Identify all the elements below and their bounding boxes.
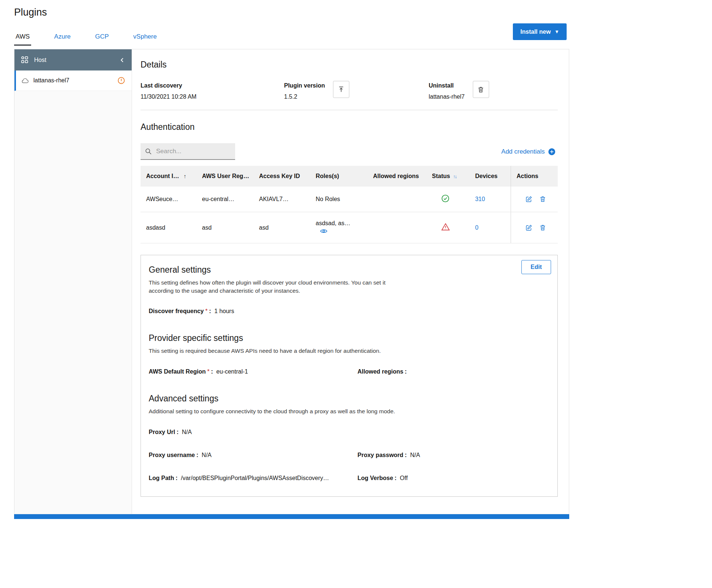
roles-cell: asdsad, as…	[310, 212, 367, 243]
devices-count-link[interactable]: 310	[475, 196, 485, 202]
provider-settings-description: This setting is required because AWS API…	[149, 347, 395, 355]
tab-gcp[interactable]: GCP	[94, 33, 111, 46]
column-allowed-regions-label: Allowed regions	[373, 173, 419, 179]
field-value: N/A	[410, 452, 420, 458]
required-asterisk: *	[207, 368, 210, 375]
uninstall-button[interactable]	[473, 81, 489, 98]
install-new-label: Install new	[520, 29, 551, 35]
delete-credential-button[interactable]	[539, 196, 546, 203]
devices-cell: 0	[469, 212, 511, 243]
devices-count-link[interactable]: 0	[475, 224, 478, 231]
chevron-left-icon	[119, 57, 125, 63]
credentials-table: Account I…↑ AWS User Reg… Access Key ID …	[141, 166, 558, 243]
tab-vsphere[interactable]: vSphere	[132, 33, 158, 46]
column-user-region[interactable]: AWS User Reg…	[197, 166, 254, 187]
trash-icon	[539, 196, 546, 203]
account-cell: asdasd	[141, 212, 197, 243]
edit-credential-button[interactable]	[525, 196, 533, 203]
column-roles[interactable]: Roles(s)	[310, 166, 367, 187]
search-input[interactable]	[155, 147, 231, 155]
authentication-title: Authentication	[141, 122, 558, 132]
actions-cell	[511, 212, 558, 243]
field-label: Proxy username	[149, 452, 195, 458]
edit-credential-button[interactable]	[525, 224, 533, 231]
host-sidebar: Host lattanas-rhel7	[14, 49, 132, 514]
column-access-key[interactable]: Access Key ID	[254, 166, 310, 187]
proxy-url-row: Proxy Url:N/A	[149, 429, 548, 436]
add-credentials-button[interactable]: Add credentials	[499, 148, 558, 156]
plugin-container: Host lattanas-rhel7	[14, 49, 569, 514]
edit-icon	[525, 196, 533, 203]
sidebar-collapse-button[interactable]	[119, 57, 125, 63]
trash-icon	[539, 224, 546, 231]
allowed-regions-cell	[367, 187, 426, 212]
field-separator: :	[175, 475, 177, 481]
field-label: Proxy password	[357, 452, 403, 458]
install-new-button[interactable]: Install new ▼	[513, 23, 567, 40]
field-separator: :	[395, 475, 396, 481]
main-content: Details Last discovery 11/30/2021 10:28 …	[132, 49, 569, 514]
last-discovery-label: Last discovery	[141, 82, 284, 89]
field-value: N/A	[182, 429, 192, 435]
table-header-row: Account I…↑ AWS User Reg… Access Key ID …	[141, 166, 558, 187]
user-region-cell: asd	[197, 212, 254, 243]
warning-circle-icon	[118, 77, 125, 84]
field-label: Discover frequency	[149, 308, 204, 314]
edit-settings-button[interactable]: Edit	[521, 260, 551, 274]
log-verbose-field: Log Verbose:Off	[357, 475, 408, 482]
edit-icon	[525, 224, 533, 231]
user-region-cell: eu-central…	[197, 187, 254, 212]
sort-toggle-icon[interactable]: ↑↓	[453, 174, 456, 179]
last-discovery-field: Last discovery 11/30/2021 10:28 AM	[141, 82, 284, 100]
sidebar-filler	[14, 91, 132, 514]
sort-ascending-icon[interactable]: ↑	[184, 173, 187, 179]
default-region-field: AWS Default Region*:eu-central-1	[149, 368, 357, 375]
provider-settings-title: Provider specific settings	[149, 333, 548, 343]
provider-fields-row: AWS Default Region*:eu-central-1 Allowed…	[149, 368, 548, 375]
trash-icon	[477, 86, 484, 93]
field-value: eu-central-1	[216, 368, 248, 375]
field-value: 1 hours	[214, 308, 234, 314]
sidebar-item-lattanas-rhel7[interactable]: lattanas-rhel7	[14, 70, 132, 91]
proxy-url-field: Proxy Url:N/A	[149, 429, 357, 436]
horizontal-scrollbar[interactable]	[14, 514, 569, 519]
view-roles-button[interactable]	[320, 229, 327, 234]
advanced-settings-description: Additional setting to configure connecti…	[149, 407, 395, 415]
column-allowed-regions[interactable]: Allowed regions	[367, 166, 426, 187]
tab-aws[interactable]: AWS	[14, 33, 31, 46]
plugins-page: Plugins AWS Azure GCP vSphere Install ne…	[14, 7, 569, 519]
column-status[interactable]: Status↑↓	[426, 166, 469, 187]
column-account-label: Account I…	[146, 173, 179, 179]
upload-icon	[337, 86, 345, 93]
proxy-password-field: Proxy password:N/A	[357, 452, 420, 459]
field-label: Log Verbose	[357, 475, 393, 481]
column-user-region-label: AWS User Reg…	[202, 173, 249, 179]
plus-circle-icon	[548, 148, 556, 155]
column-devices-label: Devices	[475, 173, 498, 179]
access-key-cell: asd	[254, 212, 310, 243]
last-discovery-value: 11/30/2021 10:28 AM	[141, 93, 284, 100]
upgrade-plugin-button[interactable]	[333, 81, 349, 98]
tabs-bar: AWS Azure GCP vSphere Install new ▼	[14, 28, 569, 46]
field-value: N/A	[202, 452, 212, 458]
field-separator: :	[405, 452, 407, 458]
status-cell	[426, 212, 469, 243]
eye-icon	[320, 229, 327, 234]
cloud-icon	[21, 78, 29, 83]
uninstall-label: Uninstall	[429, 82, 465, 89]
tab-azure[interactable]: Azure	[53, 33, 72, 46]
roles-cell: No Roles	[310, 187, 367, 212]
column-devices[interactable]: Devices	[469, 166, 511, 187]
actions-cell	[511, 187, 558, 212]
column-status-label: Status	[432, 173, 450, 179]
column-actions: Actions	[511, 166, 558, 187]
delete-credential-button[interactable]	[539, 224, 546, 231]
sidebar-header-label: Host	[34, 57, 114, 63]
section-divider	[141, 110, 558, 110]
column-account[interactable]: Account I…↑	[141, 166, 197, 187]
page-title: Plugins	[14, 7, 569, 18]
details-fields: Last discovery 11/30/2021 10:28 AM Plugi…	[141, 82, 558, 100]
field-separator: :	[177, 429, 178, 435]
roles-text: asdsad, as…	[316, 220, 365, 227]
details-title: Details	[141, 60, 558, 70]
